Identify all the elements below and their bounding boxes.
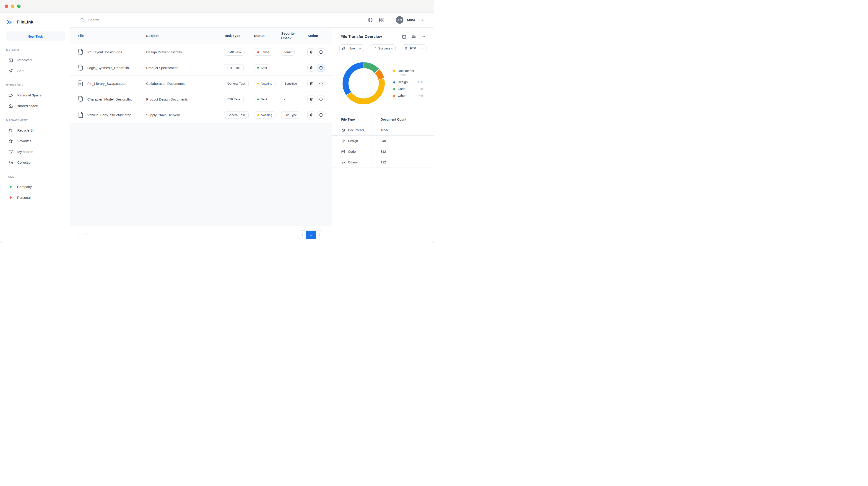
col-header-security-check: Security Check: [281, 31, 307, 40]
avatar[interactable]: AN: [396, 16, 403, 24]
table-footer: 共 5 条 1: [70, 226, 332, 243]
current-page[interactable]: 1: [306, 231, 315, 239]
col-header-document-count: Document Count: [381, 118, 406, 121]
sidebar-item-shared-space[interactable]: shared space: [6, 100, 65, 111]
status-badge: Awaiting: [254, 80, 276, 87]
task-type-badge: General Task: [224, 111, 249, 119]
document-count: 192: [381, 160, 386, 164]
file-name[interactable]: Pin_Library_Swap.catpart: [87, 82, 127, 86]
info-button[interactable]: [317, 64, 325, 72]
sidebar-item-collection[interactable]: Collection: [6, 157, 65, 168]
inbox-filter-dropdown[interactable]: Inbox: [339, 44, 364, 52]
mail-icon: [8, 58, 13, 62]
security-badge: Virus: [281, 48, 294, 56]
sidebar-item-recycle-bin[interactable]: Recycle Bin: [6, 125, 65, 136]
sidebar-item-sent[interactable]: Sent: [6, 65, 65, 76]
zoom-window-button[interactable]: [17, 5, 21, 8]
delete-button[interactable]: [307, 48, 315, 56]
file-transfer-overview-panel: File Transfer Overview Inbox: [332, 28, 434, 243]
file-ftp-icon: FTP: [78, 96, 84, 103]
sidebar-item-received[interactable]: Received: [6, 55, 65, 65]
sidebar-tag-personal[interactable]: Personal: [6, 192, 65, 203]
cloud-icon: [8, 93, 13, 98]
sidebar-item-label: Collection: [17, 160, 32, 164]
apps-grid-icon[interactable]: [379, 18, 384, 23]
prev-page-button[interactable]: [298, 231, 306, 239]
chart-legend: Documents 44% Design 35%: [393, 69, 423, 98]
search-icon: [80, 18, 85, 22]
next-page-button[interactable]: [316, 231, 323, 239]
col-header-action: Action: [307, 33, 332, 38]
alert-circle-icon: [319, 82, 323, 86]
info-button[interactable]: [317, 48, 325, 56]
file-name[interactable]: Logic_Synthesis_Report.lib: [87, 66, 129, 70]
status-filter-dropdown[interactable]: Success: [370, 44, 396, 52]
swap-arrows-icon: [373, 46, 376, 51]
chevron-down-icon[interactable]: [421, 18, 425, 22]
svg-text:FTP: FTP: [79, 101, 83, 103]
section-label: MY TASK: [6, 48, 65, 52]
alert-circle-icon: [319, 97, 323, 101]
legend-item-documents: Documents 44%: [393, 69, 423, 77]
sidebar-item-personal-space[interactable]: Personal Space: [6, 90, 65, 100]
table-row: Pin_Library_Swap.catpart Collaboration D…: [70, 76, 332, 91]
section-label: TAGS: [6, 175, 65, 179]
file-ftp-icon: FTP: [78, 64, 84, 71]
delete-button[interactable]: [307, 64, 315, 72]
search-input[interactable]: [88, 18, 184, 22]
security-empty: -: [281, 97, 307, 101]
new-task-button[interactable]: New Task: [6, 31, 65, 41]
close-window-button[interactable]: [5, 5, 8, 8]
file-name[interactable]: IC_Layout_Design.gds: [87, 50, 122, 54]
subject: Design Drawing Details: [146, 50, 224, 54]
file-name[interactable]: Character_Model_Design.fbx: [87, 97, 132, 101]
protocol-filter-dropdown[interactable]: FTP: [402, 44, 427, 52]
file-doc-icon: [78, 111, 84, 118]
app-window: FileLink New Task MY TASK Received Sent: [0, 0, 434, 243]
sidebar-item-label: My shares: [17, 150, 33, 154]
col-header-subject: Subject: [146, 33, 224, 38]
sidebar-tag-company[interactable]: Company: [6, 182, 65, 192]
task-type-badge: FTP Task: [224, 96, 244, 103]
legend-dot: [393, 82, 395, 84]
more-options-icon[interactable]: [421, 34, 426, 39]
svg-text:SMB: SMB: [79, 54, 83, 56]
legend-item-design: Design 35%: [393, 80, 423, 84]
delete-button[interactable]: [307, 80, 315, 87]
globe-icon[interactable]: [368, 17, 373, 23]
trash-icon: [309, 113, 313, 117]
info-button[interactable]: [317, 111, 325, 119]
info-button[interactable]: [317, 96, 325, 103]
file-name[interactable]: Vehicle_Body_Structure.step: [87, 113, 131, 117]
table-empty-area: [70, 123, 332, 226]
status-badge: Sent: [254, 64, 270, 71]
panel-title: File Transfer Overview: [341, 34, 382, 39]
table-row: FTP Character_Model_Design.fbx Product D…: [70, 91, 332, 107]
info-button[interactable]: [317, 80, 325, 87]
file-type-row: Code 312: [332, 147, 434, 157]
total-count-note: 共 5 条: [78, 232, 88, 237]
trash-icon: [309, 50, 313, 54]
tag-dot-red: [9, 196, 12, 199]
status-dot: [257, 98, 259, 100]
sidebar-item-label: Recycle Bin: [17, 128, 35, 132]
filter-sliders-icon[interactable]: [411, 34, 416, 39]
col-header-task-type: Task Type: [224, 33, 254, 38]
documents-pages-icon: [341, 128, 345, 132]
legend-dot: [393, 70, 395, 72]
tag-label: Personal: [17, 196, 31, 199]
minimize-window-button[interactable]: [11, 5, 14, 8]
subject: Supply Chain Delivery: [146, 113, 224, 117]
status-badge: Awaiting: [254, 111, 276, 119]
calendar-icon[interactable]: [402, 34, 406, 39]
legend-item-others: Others 8%: [393, 94, 423, 98]
trash-icon: [8, 128, 13, 133]
inbox-envelope-icon: [342, 46, 346, 51]
delete-button[interactable]: [307, 96, 315, 103]
security-badge: File Type: [281, 111, 300, 119]
svg-text:FTP: FTP: [79, 69, 83, 71]
sidebar-item-favorites[interactable]: Favorites: [6, 136, 65, 147]
sidebar-item-my-shares[interactable]: My shares: [6, 147, 65, 157]
code-icon: [341, 150, 345, 154]
delete-button[interactable]: [307, 111, 315, 119]
